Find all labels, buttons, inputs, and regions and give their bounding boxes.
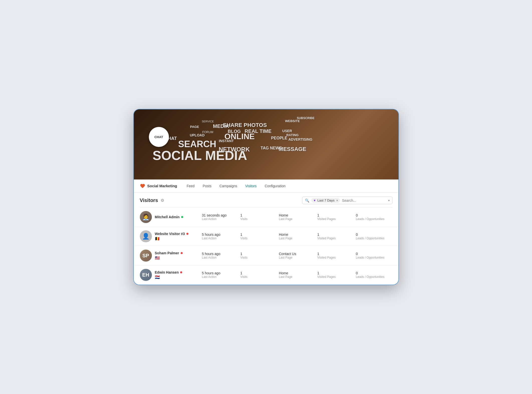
leads-col: 0 Leads / Opportunities xyxy=(354,271,392,279)
status-dot xyxy=(181,216,183,218)
visits-col: 1 Visits xyxy=(238,271,277,279)
leads-value: 0 xyxy=(356,233,390,237)
leads-label: Leads / Opportunities xyxy=(356,275,390,279)
visited-pages-value: 1 xyxy=(317,213,352,217)
visited-pages-value: 1 xyxy=(317,252,352,256)
visited-pages-label: Visited Pages xyxy=(317,217,352,221)
leads-label: Leads / Opportunities xyxy=(356,217,390,221)
app-window: Social Marketing Feed Posts Campaigns Vi… xyxy=(134,179,398,285)
nav-item-visitors[interactable]: Visitors xyxy=(242,182,260,189)
last-page-col: Home Last Page xyxy=(277,233,315,240)
visitor-info: Mitchell Admin xyxy=(155,215,200,219)
visited-pages-label: Visited Pages xyxy=(317,237,352,240)
last-action-col: 5 hours ago Last Action xyxy=(200,271,239,279)
visitors-list: 🧑‍💼 Mitchell Admin 31 seconds ago Last A… xyxy=(134,208,398,284)
leads-value: 0 xyxy=(356,252,390,256)
app-logo-icon xyxy=(140,183,145,189)
last-page-value: Home xyxy=(279,271,313,275)
settings-icon[interactable]: ⚙ xyxy=(161,198,164,203)
app-name: Social Marketing xyxy=(147,184,177,188)
last-page-label: Last Page xyxy=(279,217,313,221)
visitor-flag: 🇳🇱 xyxy=(155,275,200,280)
visitor-row[interactable]: SP Soham Palmer 🇺🇸 5 hours ago Last Acti… xyxy=(134,246,398,265)
last-page-col: Home Last Page xyxy=(277,213,315,221)
search-input[interactable] xyxy=(342,199,386,203)
last-page-label: Last Page xyxy=(279,237,313,240)
visitor-row[interactable]: 👤 Website Visitor #3 🇧🇪 5 hours ago Last… xyxy=(134,227,398,246)
leads-value: 0 xyxy=(356,213,390,217)
visited-pages-label: Visited Pages xyxy=(317,256,352,259)
visitor-name: Website Visitor #3 xyxy=(155,232,200,236)
visited-pages-col: 1 Visited Pages xyxy=(315,233,354,240)
visits-label: Visits xyxy=(240,256,275,259)
last-page-value: Home xyxy=(279,233,313,237)
visits-value: 1 xyxy=(240,271,275,275)
hero-banner: SOCIAL MEDIASEARCHONLINENETWORKSHARE PHO… xyxy=(134,109,398,179)
last-page-col: Contact Us Last Page xyxy=(277,252,315,259)
status-dot xyxy=(186,233,188,235)
visitor-avatar: SP xyxy=(140,250,152,262)
visited-pages-value: 1 xyxy=(317,271,352,275)
last-action-value: 5 hours ago xyxy=(202,233,237,237)
status-dot xyxy=(181,252,183,254)
visits-col: 1 Visits xyxy=(238,213,277,221)
nav-item-campaigns[interactable]: Campaigns xyxy=(216,182,241,189)
visitor-name: Edwin Hansen xyxy=(155,270,200,274)
visitor-avatar: EH xyxy=(140,269,152,281)
last-action-label: Last Action xyxy=(202,237,237,240)
nav-bar: Social Marketing Feed Posts Campaigns Vi… xyxy=(134,179,398,192)
search-bar: 🔍 ▼ Last 7 Days × ▾ xyxy=(302,196,392,204)
last-action-col: 5 hours ago Last Action xyxy=(200,252,239,259)
page-header: Visitors ⚙ 🔍 ▼ Last 7 Days × ▾ xyxy=(134,192,398,207)
leads-col: 0 Leads / Opportunities xyxy=(354,233,392,240)
filter-label: Last 7 Days xyxy=(317,199,335,202)
visitor-row[interactable]: 🧑‍💼 Mitchell Admin 31 seconds ago Last A… xyxy=(134,208,398,227)
visitor-info: Website Visitor #3 🇧🇪 xyxy=(155,232,200,241)
filter-close-button[interactable]: × xyxy=(336,199,338,202)
visitor-name: Soham Palmer xyxy=(155,251,200,255)
visits-value: 1 xyxy=(240,252,275,256)
leads-col: 0 Leads / Opportunities xyxy=(354,252,392,259)
leads-value: 0 xyxy=(356,271,390,275)
visits-value: 1 xyxy=(240,213,275,217)
visits-label: Visits xyxy=(240,275,275,279)
visited-pages-col: 1 Visited Pages xyxy=(315,213,354,221)
visited-pages-label: Visited Pages xyxy=(317,275,352,279)
search-icon: 🔍 xyxy=(305,199,309,203)
search-dropdown-arrow[interactable]: ▾ xyxy=(388,199,390,202)
visits-col: 1 Visits xyxy=(238,252,277,259)
visitor-avatar: 🧑‍💼 xyxy=(140,211,152,223)
last-action-label: Last Action xyxy=(202,256,237,259)
last-page-value: Contact Us xyxy=(279,252,313,256)
last-action-value: 5 hours ago xyxy=(202,252,237,256)
page-title: Visitors xyxy=(140,198,158,203)
last-page-label: Last Page xyxy=(279,275,313,279)
funnel-icon: ▼ xyxy=(313,199,316,202)
leads-label: Leads / Opportunities xyxy=(356,237,390,240)
visits-value: 1 xyxy=(240,233,275,237)
visits-label: Visits xyxy=(240,237,275,240)
filter-chip: ▼ Last 7 Days × xyxy=(311,198,340,203)
last-page-label: Last Page xyxy=(279,256,313,259)
visited-pages-col: 1 Visited Pages xyxy=(315,271,354,279)
nav-item-posts[interactable]: Posts xyxy=(199,182,215,189)
visitor-flag: 🇺🇸 xyxy=(155,256,200,260)
chat-bubble: CHAT xyxy=(149,127,169,147)
nav-logo: Social Marketing xyxy=(140,183,177,189)
visitor-avatar: 👤 xyxy=(140,230,152,242)
word-cloud: SOCIAL MEDIASEARCHONLINENETWORKSHARE PHO… xyxy=(134,109,398,179)
visited-pages-value: 1 xyxy=(317,233,352,237)
leads-label: Leads / Opportunities xyxy=(356,256,390,259)
visitor-name: Mitchell Admin xyxy=(155,215,200,219)
status-dot xyxy=(180,271,182,273)
nav-item-configuration[interactable]: Configuration xyxy=(261,182,289,189)
leads-col: 0 Leads / Opportunities xyxy=(354,213,392,221)
last-action-col: 31 seconds ago Last Action xyxy=(200,213,239,221)
visitor-info: Edwin Hansen 🇳🇱 xyxy=(155,270,200,280)
visits-col: 1 Visits xyxy=(238,233,277,240)
visitor-info: Soham Palmer 🇺🇸 xyxy=(155,251,200,260)
nav-items: Feed Posts Campaigns Visitors Configurat… xyxy=(183,182,289,189)
last-action-value: 31 seconds ago xyxy=(202,213,237,217)
nav-item-feed[interactable]: Feed xyxy=(183,182,198,189)
visitor-row[interactable]: EH Edwin Hansen 🇳🇱 5 hours ago Last Acti… xyxy=(134,265,398,284)
